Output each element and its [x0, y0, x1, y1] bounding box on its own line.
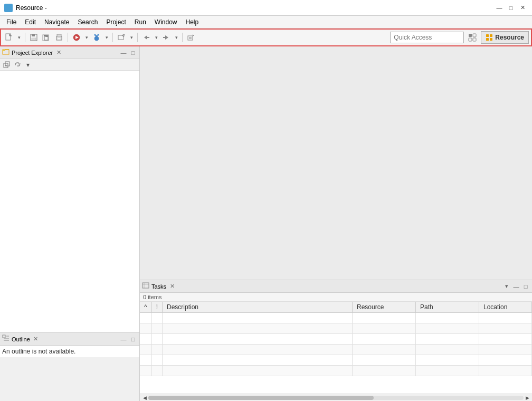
- explorer-toolbar: ▾: [0, 59, 139, 71]
- table-row: [140, 334, 532, 345]
- external-tool-button[interactable]: [116, 32, 127, 43]
- svg-rect-38: [486, 38, 489, 41]
- col-header-resource[interactable]: Resource: [353, 302, 416, 313]
- scroll-right-arrow[interactable]: ▶: [524, 394, 531, 402]
- svg-rect-41: [3, 50, 5, 51]
- scroll-thumb[interactable]: [148, 396, 374, 400]
- svg-rect-1: [9, 5, 12, 7]
- close-button[interactable]: ✕: [517, 3, 528, 13]
- project-explorer-close[interactable]: ✕: [55, 49, 62, 56]
- menu-search[interactable]: Search: [73, 17, 102, 27]
- outline-minimize[interactable]: —: [119, 335, 128, 343]
- print-button[interactable]: [53, 32, 65, 43]
- back-button[interactable]: [140, 32, 152, 43]
- title-bar: Resource - — □ ✕: [0, 0, 532, 16]
- open-perspective-button[interactable]: [466, 32, 479, 43]
- outline-close[interactable]: ✕: [32, 336, 40, 343]
- horizontal-scrollbar[interactable]: ◀ ▶: [140, 394, 532, 401]
- tasks-count: 0 items: [140, 293, 532, 302]
- col-header-location[interactable]: Location: [479, 302, 532, 313]
- debug-button[interactable]: [91, 32, 102, 43]
- tasks-maximize[interactable]: □: [521, 282, 530, 291]
- svg-rect-2: [5, 8, 8, 11]
- right-panel: Tasks ✕ ▾ — □ 0 items ^ ! Descriptio: [140, 46, 532, 401]
- back-dropdown[interactable]: ▾: [153, 32, 159, 43]
- perspective-label: Resource: [495, 34, 524, 41]
- quick-access-input[interactable]: [390, 32, 464, 43]
- tasks-view-menu[interactable]: ▾: [502, 282, 511, 291]
- svg-rect-37: [490, 34, 492, 37]
- svg-point-19: [94, 36, 99, 41]
- forward-button[interactable]: [160, 32, 172, 43]
- svg-point-24: [98, 34, 99, 36]
- menu-help[interactable]: Help: [182, 17, 203, 27]
- tasks-table[interactable]: ^ ! Description Resource Path Location: [140, 302, 532, 394]
- run-dropdown[interactable]: ▾: [83, 32, 90, 43]
- col-header-arrow[interactable]: ^: [140, 302, 151, 313]
- run-button[interactable]: [71, 32, 82, 43]
- outline-message: An outline is not available.: [2, 348, 75, 355]
- menu-bar: File Edit Navigate Search Project Run Wi…: [0, 16, 532, 28]
- save-all-button[interactable]: [41, 32, 52, 43]
- project-explorer-minimize[interactable]: —: [119, 49, 128, 57]
- svg-rect-0: [5, 5, 8, 7]
- menu-navigate[interactable]: Navigate: [40, 17, 73, 27]
- menu-file[interactable]: File: [2, 17, 21, 27]
- project-explorer-content[interactable]: [0, 71, 139, 332]
- col-header-priority[interactable]: !: [151, 302, 162, 313]
- outline-content: An outline is not available.: [0, 346, 139, 357]
- svg-rect-32: [469, 34, 472, 37]
- outline-icon: [2, 335, 10, 343]
- table-row: [140, 323, 532, 334]
- project-explorer-maximize[interactable]: □: [129, 49, 137, 57]
- col-header-path[interactable]: Path: [416, 302, 479, 313]
- new-button[interactable]: [3, 32, 15, 43]
- menu-window[interactable]: Window: [150, 17, 182, 27]
- new-dropdown[interactable]: ▾: [16, 32, 22, 43]
- outline-maximize[interactable]: □: [129, 335, 137, 343]
- tasks-title: Tasks: [151, 283, 166, 290]
- tasks-close[interactable]: ✕: [168, 283, 176, 290]
- svg-rect-16: [58, 38, 61, 40]
- explorer-menu-button[interactable]: ▾: [23, 60, 33, 70]
- outline-title: Outline: [12, 336, 30, 342]
- svg-rect-8: [32, 34, 35, 36]
- svg-rect-9: [32, 38, 36, 40]
- svg-rect-15: [57, 34, 61, 37]
- link-with-editor-button[interactable]: [13, 60, 22, 70]
- svg-rect-36: [486, 34, 489, 37]
- scroll-left-arrow[interactable]: ◀: [141, 394, 148, 402]
- svg-rect-34: [469, 38, 472, 41]
- editor-area[interactable]: [140, 46, 532, 280]
- tasks-minimize[interactable]: —: [512, 282, 520, 291]
- forward-dropdown[interactable]: ▾: [173, 32, 179, 43]
- project-explorer-title: Project Explorer: [12, 50, 53, 56]
- outline-panel: Outline ✕ — □ An outline is not availabl…: [0, 332, 139, 401]
- minimize-button[interactable]: —: [494, 3, 505, 13]
- menu-run[interactable]: Run: [130, 17, 150, 27]
- maximize-button[interactable]: □: [506, 3, 516, 13]
- scroll-track[interactable]: [148, 396, 524, 400]
- menu-edit[interactable]: Edit: [21, 17, 40, 27]
- debug-dropdown[interactable]: ▾: [103, 32, 110, 43]
- tasks-table-body: [140, 313, 532, 376]
- project-explorer-icon: [2, 48, 10, 57]
- main-content: Project Explorer ✕ — □: [0, 46, 532, 401]
- collapse-all-button[interactable]: [2, 60, 12, 70]
- perspective-resource-button[interactable]: Resource: [481, 31, 529, 44]
- save-button[interactable]: [28, 32, 40, 43]
- col-header-description[interactable]: Description: [162, 302, 352, 313]
- menu-project[interactable]: Project: [102, 17, 130, 27]
- svg-rect-39: [490, 38, 492, 41]
- project-explorer-header: Project Explorer ✕ — □: [0, 46, 139, 59]
- open-type-button[interactable]: [185, 32, 197, 43]
- tasks-icon: [142, 282, 149, 291]
- svg-rect-35: [473, 38, 476, 41]
- svg-marker-29: [193, 34, 194, 36]
- svg-rect-52: [142, 283, 149, 288]
- external-tool-dropdown[interactable]: ▾: [128, 32, 135, 43]
- svg-rect-3: [9, 8, 12, 11]
- svg-rect-33: [473, 34, 476, 37]
- svg-point-23: [94, 34, 96, 36]
- table-row: [140, 355, 532, 366]
